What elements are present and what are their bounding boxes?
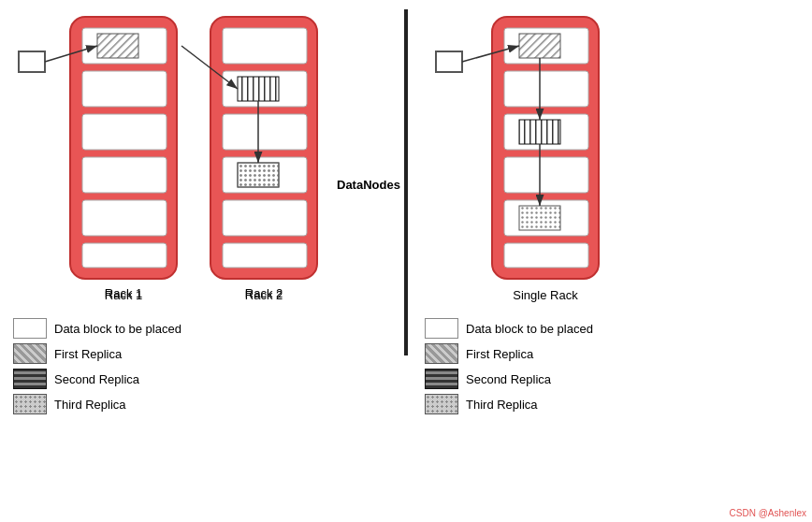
svg-rect-0 [19,51,45,72]
legend-first-right: First Replica [425,343,593,364]
legend-label-third-r: Third Replica [466,398,538,412]
svg-rect-13 [223,28,307,64]
legend-box-empty-r [425,318,458,339]
svg-rect-39 [519,120,560,144]
svg-rect-4 [82,114,167,150]
legend-label-first: First Replica [54,347,122,361]
legend-box-first-r [425,343,458,364]
watermark: CSDN @Ashenlex [730,508,806,518]
legend-box-third-r [425,394,458,414]
svg-rect-37 [504,243,588,268]
svg-rect-17 [223,200,307,236]
legend-label-third: Third Replica [54,398,126,412]
legend-label-second: Second Replica [54,372,139,386]
legend-empty-left: Data block to be placed [13,318,181,339]
svg-rect-7 [82,243,167,268]
svg-rect-33 [504,71,588,107]
legend-label-empty: Data block to be placed [54,322,181,336]
rack1-label: Rack 1 [70,288,177,302]
datanodes-label: DataNodes [337,178,400,192]
legend-label-second-r: Second Replica [466,372,551,386]
svg-rect-15 [223,114,307,150]
svg-rect-30 [436,51,462,72]
svg-rect-11 [97,34,138,58]
vertical-divider [404,9,408,355]
svg-rect-5 [82,157,167,193]
legend-label-empty-r: Data block to be placed [466,322,593,336]
rack2-label: Rack 2 [210,288,317,302]
legend-third-right: Third Replica [425,394,593,414]
legend-box-second [13,369,47,389]
svg-rect-6 [82,200,167,236]
right-legend: Data block to be placed First Replica Se… [425,318,593,414]
svg-rect-40 [519,206,560,230]
svg-rect-21 [238,163,279,187]
legend-empty-right: Data block to be placed [425,318,593,339]
svg-rect-19 [238,77,279,101]
legend-box-third [13,394,47,414]
legend-box-second-r [425,369,458,389]
legend-box-empty [13,318,47,339]
svg-rect-3 [82,71,167,107]
svg-rect-38 [519,34,560,58]
legend-third-left: Third Replica [13,394,181,414]
single-rack-label: Single Rack [492,288,599,302]
legend-second-left: Second Replica [13,369,181,389]
left-legend: Data block to be placed First Replica Se… [13,318,181,414]
legend-second-right: Second Replica [425,369,593,389]
legend-first-left: First Replica [13,343,181,364]
legend-box-first [13,343,47,364]
right-diagram-svg [417,0,754,365]
svg-rect-18 [223,243,307,268]
svg-rect-35 [504,157,588,193]
legend-label-first-r: First Replica [466,347,533,361]
